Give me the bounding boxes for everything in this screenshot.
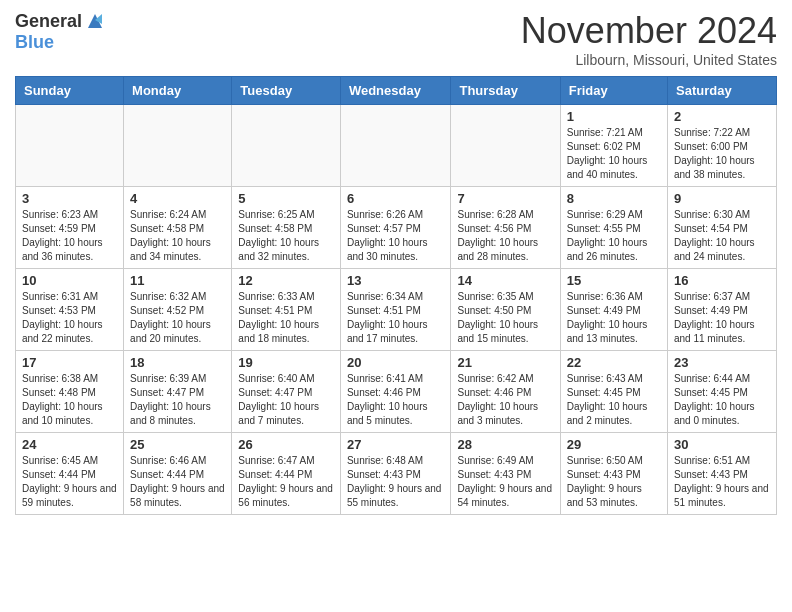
calendar-cell: 4Sunrise: 6:24 AM Sunset: 4:58 PM Daylig… — [124, 187, 232, 269]
calendar-cell: 5Sunrise: 6:25 AM Sunset: 4:58 PM Daylig… — [232, 187, 341, 269]
calendar-cell: 16Sunrise: 6:37 AM Sunset: 4:49 PM Dayli… — [668, 269, 777, 351]
calendar-cell: 29Sunrise: 6:50 AM Sunset: 4:43 PM Dayli… — [560, 433, 667, 515]
calendar-cell: 14Sunrise: 6:35 AM Sunset: 4:50 PM Dayli… — [451, 269, 560, 351]
day-info: Sunrise: 6:32 AM Sunset: 4:52 PM Dayligh… — [130, 290, 225, 346]
calendar-cell — [124, 105, 232, 187]
calendar-cell: 13Sunrise: 6:34 AM Sunset: 4:51 PM Dayli… — [340, 269, 451, 351]
day-info: Sunrise: 6:33 AM Sunset: 4:51 PM Dayligh… — [238, 290, 334, 346]
day-number: 23 — [674, 355, 770, 370]
day-info: Sunrise: 6:36 AM Sunset: 4:49 PM Dayligh… — [567, 290, 661, 346]
calendar-header-sunday: Sunday — [16, 77, 124, 105]
calendar-cell: 17Sunrise: 6:38 AM Sunset: 4:48 PM Dayli… — [16, 351, 124, 433]
calendar-cell: 18Sunrise: 6:39 AM Sunset: 4:47 PM Dayli… — [124, 351, 232, 433]
calendar-header-tuesday: Tuesday — [232, 77, 341, 105]
calendar-cell: 10Sunrise: 6:31 AM Sunset: 4:53 PM Dayli… — [16, 269, 124, 351]
day-number: 26 — [238, 437, 334, 452]
day-number: 12 — [238, 273, 334, 288]
day-number: 20 — [347, 355, 445, 370]
calendar-cell: 30Sunrise: 6:51 AM Sunset: 4:43 PM Dayli… — [668, 433, 777, 515]
day-number: 27 — [347, 437, 445, 452]
day-number: 7 — [457, 191, 553, 206]
calendar-cell: 23Sunrise: 6:44 AM Sunset: 4:45 PM Dayli… — [668, 351, 777, 433]
day-number: 18 — [130, 355, 225, 370]
day-number: 3 — [22, 191, 117, 206]
day-info: Sunrise: 6:46 AM Sunset: 4:44 PM Dayligh… — [130, 454, 225, 510]
calendar-cell: 28Sunrise: 6:49 AM Sunset: 4:43 PM Dayli… — [451, 433, 560, 515]
day-info: Sunrise: 6:42 AM Sunset: 4:46 PM Dayligh… — [457, 372, 553, 428]
day-info: Sunrise: 6:37 AM Sunset: 4:49 PM Dayligh… — [674, 290, 770, 346]
day-number: 14 — [457, 273, 553, 288]
day-info: Sunrise: 6:23 AM Sunset: 4:59 PM Dayligh… — [22, 208, 117, 264]
calendar-week-row: 3Sunrise: 6:23 AM Sunset: 4:59 PM Daylig… — [16, 187, 777, 269]
calendar-cell — [451, 105, 560, 187]
day-info: Sunrise: 6:40 AM Sunset: 4:47 PM Dayligh… — [238, 372, 334, 428]
calendar-header-thursday: Thursday — [451, 77, 560, 105]
day-info: Sunrise: 6:26 AM Sunset: 4:57 PM Dayligh… — [347, 208, 445, 264]
day-info: Sunrise: 6:25 AM Sunset: 4:58 PM Dayligh… — [238, 208, 334, 264]
day-number: 11 — [130, 273, 225, 288]
day-info: Sunrise: 6:49 AM Sunset: 4:43 PM Dayligh… — [457, 454, 553, 510]
calendar-week-row: 24Sunrise: 6:45 AM Sunset: 4:44 PM Dayli… — [16, 433, 777, 515]
day-info: Sunrise: 6:51 AM Sunset: 4:43 PM Dayligh… — [674, 454, 770, 510]
day-number: 15 — [567, 273, 661, 288]
day-number: 21 — [457, 355, 553, 370]
calendar-cell: 22Sunrise: 6:43 AM Sunset: 4:45 PM Dayli… — [560, 351, 667, 433]
day-info: Sunrise: 7:22 AM Sunset: 6:00 PM Dayligh… — [674, 126, 770, 182]
calendar-cell: 20Sunrise: 6:41 AM Sunset: 4:46 PM Dayli… — [340, 351, 451, 433]
day-number: 24 — [22, 437, 117, 452]
title-block: November 2024 Lilbourn, Missouri, United… — [521, 10, 777, 68]
logo-blue-text: Blue — [15, 32, 54, 52]
day-info: Sunrise: 6:31 AM Sunset: 4:53 PM Dayligh… — [22, 290, 117, 346]
calendar-cell: 3Sunrise: 6:23 AM Sunset: 4:59 PM Daylig… — [16, 187, 124, 269]
location: Lilbourn, Missouri, United States — [521, 52, 777, 68]
day-info: Sunrise: 6:38 AM Sunset: 4:48 PM Dayligh… — [22, 372, 117, 428]
logo: General Blue — [15, 10, 106, 53]
calendar-cell — [16, 105, 124, 187]
calendar-cell — [340, 105, 451, 187]
calendar-header-wednesday: Wednesday — [340, 77, 451, 105]
calendar-cell: 7Sunrise: 6:28 AM Sunset: 4:56 PM Daylig… — [451, 187, 560, 269]
day-info: Sunrise: 6:41 AM Sunset: 4:46 PM Dayligh… — [347, 372, 445, 428]
day-info: Sunrise: 6:44 AM Sunset: 4:45 PM Dayligh… — [674, 372, 770, 428]
logo-icon — [84, 10, 106, 32]
header: General Blue November 2024 Lilbourn, Mis… — [15, 10, 777, 68]
day-number: 29 — [567, 437, 661, 452]
calendar-cell: 19Sunrise: 6:40 AM Sunset: 4:47 PM Dayli… — [232, 351, 341, 433]
calendar-header-row: SundayMondayTuesdayWednesdayThursdayFrid… — [16, 77, 777, 105]
day-number: 16 — [674, 273, 770, 288]
calendar-cell: 21Sunrise: 6:42 AM Sunset: 4:46 PM Dayli… — [451, 351, 560, 433]
page-container: General Blue November 2024 Lilbourn, Mis… — [0, 0, 792, 525]
calendar-cell — [232, 105, 341, 187]
calendar-cell: 2Sunrise: 7:22 AM Sunset: 6:00 PM Daylig… — [668, 105, 777, 187]
calendar-table: SundayMondayTuesdayWednesdayThursdayFrid… — [15, 76, 777, 515]
calendar-cell: 12Sunrise: 6:33 AM Sunset: 4:51 PM Dayli… — [232, 269, 341, 351]
calendar-week-row: 10Sunrise: 6:31 AM Sunset: 4:53 PM Dayli… — [16, 269, 777, 351]
day-number: 13 — [347, 273, 445, 288]
calendar-cell: 9Sunrise: 6:30 AM Sunset: 4:54 PM Daylig… — [668, 187, 777, 269]
day-number: 28 — [457, 437, 553, 452]
day-info: Sunrise: 6:34 AM Sunset: 4:51 PM Dayligh… — [347, 290, 445, 346]
day-number: 1 — [567, 109, 661, 124]
day-info: Sunrise: 6:24 AM Sunset: 4:58 PM Dayligh… — [130, 208, 225, 264]
day-number: 10 — [22, 273, 117, 288]
day-number: 9 — [674, 191, 770, 206]
calendar-cell: 24Sunrise: 6:45 AM Sunset: 4:44 PM Dayli… — [16, 433, 124, 515]
day-number: 22 — [567, 355, 661, 370]
calendar-week-row: 17Sunrise: 6:38 AM Sunset: 4:48 PM Dayli… — [16, 351, 777, 433]
day-number: 6 — [347, 191, 445, 206]
day-number: 19 — [238, 355, 334, 370]
day-number: 30 — [674, 437, 770, 452]
day-info: Sunrise: 6:43 AM Sunset: 4:45 PM Dayligh… — [567, 372, 661, 428]
calendar-cell: 26Sunrise: 6:47 AM Sunset: 4:44 PM Dayli… — [232, 433, 341, 515]
day-number: 4 — [130, 191, 225, 206]
logo-general-text: General — [15, 11, 82, 32]
day-info: Sunrise: 6:47 AM Sunset: 4:44 PM Dayligh… — [238, 454, 334, 510]
day-info: Sunrise: 6:45 AM Sunset: 4:44 PM Dayligh… — [22, 454, 117, 510]
day-info: Sunrise: 7:21 AM Sunset: 6:02 PM Dayligh… — [567, 126, 661, 182]
day-number: 8 — [567, 191, 661, 206]
calendar-cell: 15Sunrise: 6:36 AM Sunset: 4:49 PM Dayli… — [560, 269, 667, 351]
day-info: Sunrise: 6:30 AM Sunset: 4:54 PM Dayligh… — [674, 208, 770, 264]
calendar-cell: 11Sunrise: 6:32 AM Sunset: 4:52 PM Dayli… — [124, 269, 232, 351]
day-number: 2 — [674, 109, 770, 124]
calendar-cell: 25Sunrise: 6:46 AM Sunset: 4:44 PM Dayli… — [124, 433, 232, 515]
